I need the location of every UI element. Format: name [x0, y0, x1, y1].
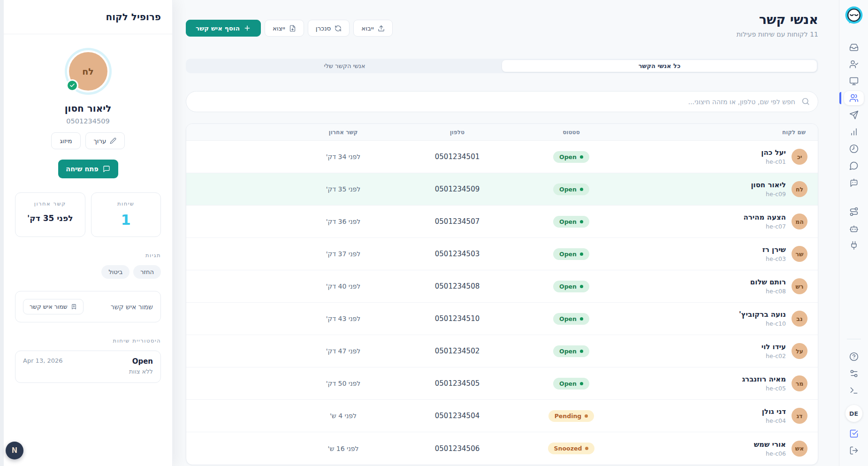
- verified-check-icon: [66, 79, 78, 92]
- save-contact-button[interactable]: שמור איש קשר: [23, 299, 84, 314]
- sidebar-item-settings[interactable]: [844, 367, 864, 381]
- column-header-name: שם לקוח: [628, 129, 818, 136]
- status-badge: Open: [553, 183, 589, 195]
- contact-name: מאיה רוזנברג: [742, 375, 786, 383]
- sidebar-item-campaigns[interactable]: [844, 108, 864, 122]
- tag[interactable]: ביטול: [101, 265, 129, 279]
- sidebar-item-chats[interactable]: [844, 159, 864, 173]
- table-row[interactable]: יכ יעל כהן he-c01 Open 0501234501 לפני 3…: [186, 141, 818, 173]
- contact-phone: 0501234506: [400, 444, 514, 453]
- status-dot-icon: [580, 155, 583, 159]
- table-row[interactable]: נב נועה ברקוביץ' he-c10 Open 0501234510 …: [186, 303, 818, 335]
- table-row[interactable]: דג דני גולן he-c04 Pending 0501234504 לפ…: [186, 400, 818, 432]
- message-square-icon: [103, 165, 110, 173]
- avatar: נב: [792, 311, 807, 327]
- contact-id: he-c04: [762, 417, 786, 424]
- export-button[interactable]: ייצוא: [265, 20, 304, 37]
- last-contact-stat-card: קשר אחרון לפני 35 דק': [15, 192, 85, 237]
- sidebar-item-history[interactable]: [844, 142, 864, 156]
- avatar: לח: [792, 181, 807, 197]
- plus-icon: [244, 24, 251, 32]
- contact-phone: 0501234509: [400, 185, 514, 193]
- sidebar-item-inbox[interactable]: [844, 40, 864, 54]
- tab-all-contacts[interactable]: כל אנשי הקשר: [502, 60, 817, 72]
- open-chat-button[interactable]: פתח שיחה: [58, 160, 118, 178]
- status-dot-icon: [585, 414, 588, 418]
- monitor-icon: [849, 76, 859, 86]
- chats-stat-label: שיחות: [96, 200, 156, 207]
- fab-button[interactable]: N: [6, 442, 23, 459]
- status-badge: Open: [553, 378, 589, 390]
- last-contact-stat-label: קשר אחרון: [20, 200, 80, 207]
- sidebar-item-analytics[interactable]: [844, 125, 864, 139]
- add-contact-button[interactable]: הוסף איש קשר: [186, 20, 261, 37]
- bookmark-plus-icon: [71, 304, 77, 310]
- history-team: ללא צוות: [23, 368, 153, 375]
- sidebar-item-console[interactable]: [844, 383, 864, 397]
- sidebar-item-agents[interactable]: [844, 57, 864, 71]
- sidebar-item-bots[interactable]: [844, 222, 864, 236]
- tag[interactable]: החזר: [133, 265, 161, 279]
- last-contact: לפני 16 ש': [286, 445, 400, 452]
- table-row[interactable]: המ הצעה מהירה he-c07 Open 0501234507 לפנ…: [186, 206, 818, 238]
- contact-id: he-c08: [750, 288, 786, 295]
- page-subtitle: 11 לקוחות עם שיחות פעילות: [737, 31, 818, 38]
- avatar: רש: [792, 278, 807, 294]
- page-titles: אנשי קשר 11 לקוחות עם שיחות פעילות: [737, 12, 818, 38]
- sidebar-item-contacts[interactable]: [844, 91, 864, 105]
- merge-button[interactable]: מיזוג: [51, 132, 80, 149]
- last-contact: לפני 37 דק': [286, 250, 400, 258]
- contact-name: יעל כהן: [761, 148, 786, 157]
- sidebar-item-dashboard[interactable]: [844, 74, 864, 88]
- status-badge: Open: [553, 248, 589, 260]
- plug-icon: [849, 241, 859, 250]
- profile-panel-body: לח ליאור חסון 0501234509 ערוך מיזוג פתח …: [4, 52, 172, 383]
- status-badge: Pending: [548, 410, 594, 422]
- locale-badge[interactable]: DE: [845, 405, 862, 422]
- bot-message-icon: [849, 178, 859, 187]
- search-input[interactable]: [186, 91, 818, 112]
- status-dot-icon: [580, 382, 583, 385]
- last-contact: לפני 4 ש': [286, 412, 400, 420]
- profile-panel-title: פרופיל לקוח: [15, 11, 161, 23]
- status-badge: Snoozed: [548, 443, 595, 454]
- table-row[interactable]: לח ליאור חסון he-c09 Open 0501234509 לפנ…: [186, 173, 818, 206]
- sync-button[interactable]: סנכרן: [308, 20, 350, 37]
- import-button[interactable]: ייבוא: [353, 20, 393, 37]
- page-header: אנשי קשר 11 לקוחות עם שיחות פעילות ייבוא…: [186, 12, 818, 38]
- avatar: דג: [792, 408, 807, 424]
- last-contact: לפני 36 דק': [286, 218, 400, 225]
- table-row[interactable]: רש רותם שלום he-c08 Open 0501234508 לפני…: [186, 270, 818, 303]
- contact-name: אורי שמש: [754, 440, 786, 449]
- contact-phone: 0501234501: [400, 153, 514, 161]
- table-row[interactable]: על עידו לוי he-c02 Open 0501234502 לפני …: [186, 335, 818, 367]
- sidebar-item-integrations[interactable]: [844, 238, 864, 252]
- history-item[interactable]: Open Apr 13, 2026 ללא צוות: [15, 351, 161, 383]
- table-row[interactable]: מר מאיה רוזנברג he-c05 Open 0501234505 ל…: [186, 367, 818, 400]
- refresh-icon: [335, 25, 342, 32]
- sidebar-item-logout[interactable]: [844, 443, 864, 458]
- avatar: יכ: [792, 149, 807, 165]
- terminal-icon: [849, 386, 859, 395]
- sidebar-item-tasks[interactable]: [844, 427, 864, 441]
- file-down-icon: [289, 25, 296, 32]
- sidebar-item-help[interactable]: [844, 350, 864, 364]
- status-badge: Open: [553, 313, 589, 325]
- contact-name: דני גולן: [762, 407, 786, 416]
- route-icon: [849, 207, 859, 216]
- last-contact: לפני 50 דק': [286, 380, 400, 387]
- pencil-icon: [110, 138, 116, 144]
- edit-button[interactable]: ערוך: [85, 132, 125, 149]
- sidebar-item-bot-messages[interactable]: [844, 176, 864, 190]
- last-contact-stat-value: לפני 35 דק': [20, 214, 80, 223]
- tab-my-contacts[interactable]: אנשי הקשר שלי: [187, 60, 502, 72]
- contact-id: he-c03: [762, 255, 786, 262]
- table-row[interactable]: שר שירן רז he-c03 Open 0501234503 לפני 3…: [186, 238, 818, 270]
- status-dot-icon: [580, 252, 583, 256]
- contacts-tabs: כל אנשי הקשר אנשי הקשר שלי: [186, 59, 818, 73]
- app-logo-icon[interactable]: [844, 6, 864, 26]
- table-row[interactable]: אש אורי שמש he-c06 Snoozed 0501234506 לפ…: [186, 432, 818, 465]
- status-dot-icon: [580, 285, 583, 288]
- save-contact-card: שמור איש קשר שמור איש קשר: [15, 291, 161, 322]
- sidebar-item-flows[interactable]: [844, 205, 864, 219]
